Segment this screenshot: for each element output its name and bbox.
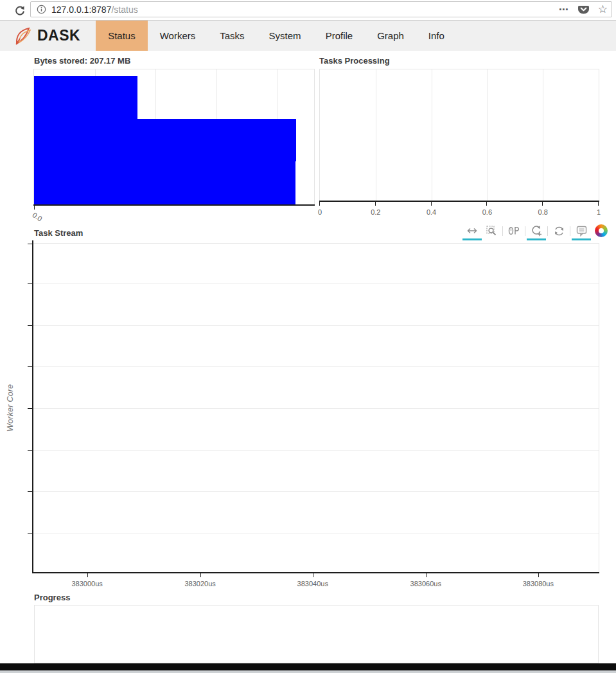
axis-tick-label: 0	[318, 208, 322, 216]
gridline	[33, 491, 599, 492]
axis-tick	[538, 573, 539, 577]
axis-tick	[28, 450, 32, 451]
axis-tick	[87, 573, 88, 577]
gridline	[33, 283, 599, 284]
x-axis	[319, 201, 599, 202]
bytes-stored-title: Bytes stored: 207.17 MB	[34, 56, 130, 66]
axis-tick-label: 0.0	[31, 211, 43, 222]
axis-tick-label: 383080us	[523, 580, 554, 588]
hover-icon[interactable]	[574, 222, 589, 239]
bytes-bar	[34, 76, 137, 119]
tab-graph[interactable]: Graph	[365, 21, 416, 51]
axis-tick-label: 383000us	[71, 580, 102, 588]
axis-tick	[28, 325, 32, 326]
axis-tick-label: 383060us	[410, 580, 441, 588]
axis-tick	[375, 202, 376, 206]
gridline	[543, 69, 543, 201]
toolbar-separator	[502, 226, 503, 236]
tab-status[interactable]: Status	[96, 21, 148, 51]
bytes-stored-plot[interactable]: 0.0	[33, 69, 315, 205]
tab-system[interactable]: System	[257, 21, 313, 51]
gridline	[33, 450, 599, 451]
progress-title: Progress	[34, 593, 70, 602]
axis-tick-label: 383020us	[184, 580, 215, 588]
axis-tick	[200, 573, 201, 577]
url-host: 127.0.0.1:8787	[51, 4, 111, 15]
page-actions-icon[interactable]: ⋯	[559, 4, 569, 15]
axis-tick	[319, 202, 320, 206]
dask-dashboard-window: 127.0.0.1:8787/status ⋯ ☆ DASK StatusWor…	[0, 0, 616, 673]
axis-tick	[28, 283, 32, 284]
axis-tick	[28, 533, 32, 534]
axis-tick-label: 1	[597, 208, 601, 216]
bytes-bar	[34, 119, 296, 162]
navbar: DASK StatusWorkersTasksSystemProfileGrap…	[0, 21, 616, 51]
site-info-icon[interactable]	[37, 4, 46, 14]
gridline	[33, 533, 599, 534]
axis-tick	[34, 206, 35, 210]
axis-tick	[28, 244, 32, 244]
gridline	[33, 325, 599, 326]
tab-workers[interactable]: Workers	[148, 21, 208, 51]
bokeh-toolbar	[462, 221, 608, 240]
gridline	[376, 69, 376, 201]
x-axis	[33, 204, 315, 206]
wheel-zoom-icon[interactable]	[506, 222, 522, 239]
axis-tick-label: 0.2	[371, 208, 380, 216]
tab-profile[interactable]: Profile	[313, 21, 365, 51]
x-axis	[33, 572, 599, 573]
axis-tick-label: 0.6	[482, 208, 492, 216]
toolbar-separator	[547, 226, 548, 236]
window-bottom-edge	[0, 670, 616, 673]
gridline	[33, 366, 599, 367]
axis-tick-label: 383040us	[297, 580, 328, 588]
axis-tick	[542, 202, 543, 206]
bytes-bar	[34, 161, 295, 204]
reload-icon[interactable]	[12, 3, 27, 18]
browser-chrome: 127.0.0.1:8787/status ⋯ ☆	[0, 0, 616, 21]
axis-tick	[431, 202, 432, 206]
y-axis	[32, 240, 33, 573]
tasks-processing-title: Tasks Processing	[319, 56, 390, 66]
axis-tick	[28, 491, 32, 492]
active-tool-underline	[462, 238, 482, 240]
window-bottom-bar	[0, 663, 616, 670]
gridline	[432, 69, 432, 201]
y-axis-label-wrap: Worker Core	[2, 244, 19, 572]
progress-plot[interactable]	[34, 605, 599, 663]
axis-tick	[28, 408, 32, 409]
bokeh-logo[interactable]	[595, 224, 608, 237]
axis-tick	[28, 366, 32, 367]
url-path: /status	[111, 4, 137, 15]
task-stream-title: Task Stream	[34, 228, 83, 238]
toolbar-separator	[570, 226, 570, 236]
toolbar-separator	[525, 226, 525, 236]
reset-icon[interactable]	[551, 222, 567, 239]
axis-tick-label: 0.8	[538, 208, 548, 216]
dask-logo-text: DASK	[37, 27, 80, 44]
axis-tick	[313, 573, 313, 577]
url-bar[interactable]: 127.0.0.1:8787/status ⋯ ☆	[30, 1, 612, 17]
y-axis-label: Worker Core	[6, 384, 15, 432]
gridline	[487, 69, 488, 201]
nav-tabs: StatusWorkersTasksSystemProfileGraphInfo	[96, 21, 457, 51]
pan-icon[interactable]	[464, 222, 480, 239]
axis-tick	[598, 202, 599, 206]
axis-tick	[426, 573, 427, 577]
dask-logo[interactable]: DASK	[12, 21, 80, 51]
bookmark-star-icon[interactable]: ☆	[598, 4, 608, 15]
tasks-processing-plot[interactable]: 00.20.40.60.81	[319, 69, 599, 201]
axis-tick-label: 0.4	[427, 208, 436, 216]
tab-info[interactable]: Info	[416, 21, 457, 51]
active-tool-underline	[527, 238, 546, 240]
box-zoom-icon[interactable]	[484, 222, 499, 239]
pocket-icon[interactable]	[578, 4, 589, 15]
dask-logo-icon	[12, 24, 35, 48]
active-tool-underline	[572, 238, 591, 240]
axis-tick	[486, 202, 487, 206]
gridline	[33, 408, 599, 409]
zoom-in-icon[interactable]	[529, 222, 544, 239]
task-stream-plot[interactable]: Worker Core 383000us383020us383040us3830…	[33, 243, 599, 573]
tab-tasks[interactable]: Tasks	[207, 21, 256, 51]
